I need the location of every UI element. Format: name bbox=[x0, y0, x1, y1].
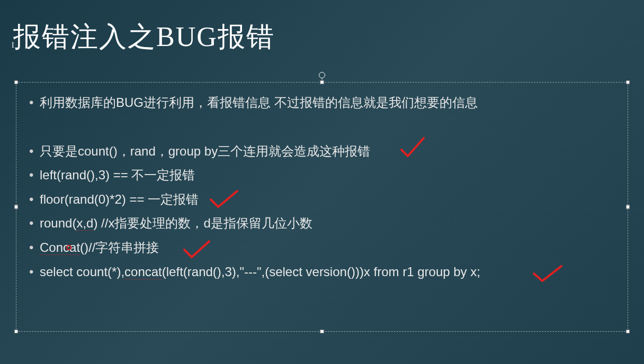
list-text: ()//字符串拼接 bbox=[80, 240, 159, 254]
annotation-circle-icon bbox=[66, 245, 71, 250]
resize-handle-ml[interactable] bbox=[14, 205, 18, 209]
rotate-handle-icon[interactable] bbox=[319, 72, 325, 78]
list-text: select count(*), bbox=[40, 265, 124, 279]
list-text: ) //x指要处理的数，d是指保留几位小数 bbox=[93, 216, 312, 230]
list-item: round(x,d) //x指要处理的数，d是指保留几位小数 bbox=[27, 211, 617, 235]
list-text: 不一定报错 bbox=[131, 168, 195, 182]
resize-handle-bm[interactable] bbox=[320, 330, 324, 333]
list-text: 一定报错 bbox=[148, 192, 199, 206]
list-text-underlined: Concat bbox=[40, 240, 80, 255]
list-spacer bbox=[27, 115, 617, 139]
text-cursor-icon: I bbox=[12, 41, 14, 50]
resize-handle-tm[interactable] bbox=[320, 80, 324, 84]
list-text: left(rand(),3) == bbox=[40, 168, 131, 182]
list-text-underlined: concat bbox=[124, 265, 162, 279]
resize-handle-tr[interactable] bbox=[626, 80, 630, 84]
list-item: select count(*),concat(left(rand(),3),"-… bbox=[27, 260, 617, 284]
slide-title: 报错注入之BUG报错 bbox=[0, 0, 644, 56]
list-item: left(rand(),3) == 不一定报错 bbox=[27, 163, 617, 187]
list-text: round( bbox=[40, 216, 76, 230]
list-item: Concat()//字符串拼接 bbox=[27, 235, 617, 260]
list-text-underlined: x,d bbox=[76, 216, 93, 231]
list-item: 利用数据库的BUG进行利用，看报错信息 不过报错的信息就是我们想要的信息 bbox=[27, 90, 617, 115]
list-text: rand(0)*2) == bbox=[69, 192, 148, 206]
bullet-list: 利用数据库的BUG进行利用，看报错信息 不过报错的信息就是我们想要的信息 只要是… bbox=[27, 90, 617, 284]
resize-handle-mr[interactable] bbox=[626, 205, 630, 209]
list-text: (left(rand(),3),"---",(select version())… bbox=[162, 265, 480, 279]
list-item: 只要是count()，rand，group by三个连用就会造成这种报错 bbox=[27, 139, 617, 163]
resize-handle-tl[interactable] bbox=[14, 80, 18, 84]
content-text-box[interactable]: 利用数据库的BUG进行利用，看报错信息 不过报错的信息就是我们想要的信息 只要是… bbox=[16, 82, 628, 332]
list-item: floor(rand(0)*2) == 一定报错 bbox=[27, 187, 617, 212]
resize-handle-bl[interactable] bbox=[14, 330, 18, 333]
list-text: floor( bbox=[40, 192, 69, 206]
resize-handle-br[interactable] bbox=[626, 330, 630, 333]
